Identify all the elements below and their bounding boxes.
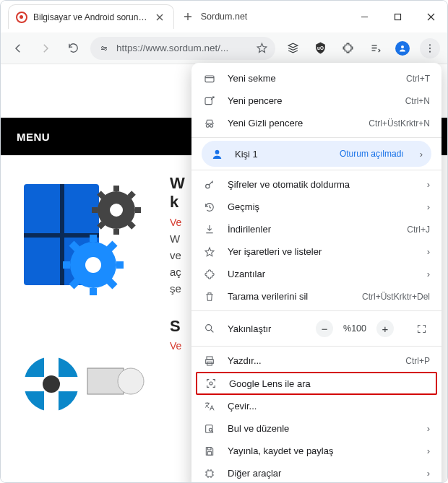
menu-separator bbox=[191, 170, 441, 170]
forward-button[interactable] bbox=[35, 38, 56, 58]
svg-rect-13 bbox=[24, 233, 99, 238]
svg-rect-55 bbox=[207, 471, 212, 477]
svg-point-44 bbox=[215, 149, 219, 154]
svg-point-23 bbox=[110, 204, 123, 217]
svg-point-4 bbox=[401, 45, 404, 48]
media-control-icon[interactable] bbox=[365, 38, 385, 58]
svg-point-1 bbox=[102, 46, 104, 48]
zoom-value: %100 bbox=[343, 323, 366, 334]
menu-item-zoom: Yakınlaştır − %100 + bbox=[191, 314, 441, 343]
maximize-button[interactable] bbox=[381, 1, 414, 32]
article-thumbnail bbox=[15, 174, 160, 297]
incognito-icon bbox=[203, 117, 216, 130]
menu-item-print[interactable]: Yazdır... Ctrl+P bbox=[191, 349, 441, 372]
chevron-right-icon: › bbox=[420, 149, 423, 160]
svg-point-45 bbox=[206, 184, 210, 188]
find-icon bbox=[203, 422, 216, 435]
article-text: Wk Ve W ve aç şe bbox=[170, 174, 185, 297]
menu-item-cast-save-share[interactable]: Yayınla, kaydet ve paylaş › bbox=[191, 440, 441, 462]
svg-text:uO: uO bbox=[317, 45, 324, 51]
trash-icon bbox=[203, 290, 216, 303]
svg-rect-54 bbox=[207, 451, 211, 455]
buffer-extension-icon[interactable] bbox=[283, 38, 303, 58]
chevron-right-icon: › bbox=[427, 201, 430, 212]
chevron-right-icon: › bbox=[427, 179, 430, 190]
chevron-right-icon: › bbox=[427, 468, 430, 479]
svg-rect-47 bbox=[207, 357, 212, 360]
chevron-right-icon: › bbox=[427, 445, 430, 456]
article-text: S Ve bbox=[170, 317, 181, 440]
svg-rect-0 bbox=[395, 14, 400, 19]
minimize-button[interactable] bbox=[348, 1, 381, 32]
back-button[interactable] bbox=[8, 38, 28, 58]
fullscreen-button[interactable] bbox=[413, 320, 430, 337]
svg-line-32 bbox=[109, 243, 115, 249]
svg-point-7 bbox=[429, 51, 431, 52]
menu-item-new-window[interactable]: Yeni pencere Ctrl+N bbox=[191, 90, 441, 112]
chrome-main-menu: Yeni sekme Ctrl+T Yeni pencere Ctrl+N Ye… bbox=[191, 63, 441, 483]
address-bar[interactable]: https://www.sordum.net/... bbox=[90, 37, 275, 60]
zoom-out-button[interactable]: − bbox=[316, 320, 333, 337]
svg-point-39 bbox=[118, 368, 144, 394]
close-tab-icon[interactable] bbox=[153, 11, 166, 24]
menu-item-extensions[interactable]: Uzantılar › bbox=[191, 263, 441, 285]
lens-icon bbox=[204, 377, 217, 390]
svg-point-42 bbox=[206, 124, 209, 127]
history-icon bbox=[203, 201, 216, 214]
chevron-right-icon: › bbox=[427, 246, 430, 257]
menu-item-bookmarks[interactable]: Yer işaretleri ve listeler › bbox=[191, 240, 441, 263]
close-window-button[interactable] bbox=[414, 1, 447, 32]
site-favicon bbox=[16, 12, 27, 23]
new-window-icon bbox=[203, 95, 216, 108]
menu-item-more-tools[interactable]: Diğer araçlar › bbox=[191, 462, 441, 483]
save-icon bbox=[203, 445, 216, 458]
site-menu-label: MENU bbox=[17, 131, 50, 143]
menu-item-clear-data[interactable]: Tarama verilerini sil Ctrl+ÜstKrktr+Del bbox=[191, 285, 441, 308]
svg-point-33 bbox=[85, 257, 101, 273]
menu-item-history[interactable]: Geçmiş › bbox=[191, 196, 441, 218]
svg-point-5 bbox=[429, 44, 431, 45]
adblock-extension-icon[interactable]: uO bbox=[310, 38, 330, 58]
svg-point-43 bbox=[210, 124, 213, 127]
menu-item-translate[interactable]: Çevir... bbox=[191, 395, 441, 417]
reload-button[interactable] bbox=[63, 38, 83, 58]
zoom-in-button[interactable]: + bbox=[376, 320, 394, 337]
site-settings-icon[interactable] bbox=[98, 42, 111, 55]
menu-item-new-tab[interactable]: Yeni sekme Ctrl+T bbox=[191, 67, 441, 90]
svg-rect-40 bbox=[205, 76, 214, 82]
profile-avatar[interactable] bbox=[392, 38, 413, 58]
svg-line-21 bbox=[99, 223, 103, 227]
menu-item-downloads[interactable]: İndirilenler Ctrl+J bbox=[191, 218, 441, 240]
new-tab-button[interactable] bbox=[181, 10, 194, 23]
puzzle-icon bbox=[203, 268, 216, 281]
bookmark-star-icon[interactable] bbox=[255, 42, 268, 55]
translate-icon bbox=[203, 400, 216, 413]
menu-item-passwords[interactable]: Şifreler ve otomatik doldurma › bbox=[191, 173, 441, 196]
svg-point-2 bbox=[105, 48, 107, 51]
svg-point-50 bbox=[210, 382, 212, 385]
svg-point-6 bbox=[429, 47, 431, 48]
chip-icon bbox=[203, 467, 216, 480]
menu-item-google-lens[interactable]: Google Lens ile ara bbox=[196, 372, 437, 395]
menu-separator bbox=[191, 346, 441, 347]
url-text: https://www.sordum.net/... bbox=[116, 43, 249, 53]
svg-line-30 bbox=[109, 281, 115, 287]
zoom-icon bbox=[203, 322, 216, 335]
menu-item-incognito[interactable]: Yeni Gizli pencere Ctrl+ÜstKrktr+N bbox=[191, 112, 441, 134]
kebab-menu-button[interactable] bbox=[420, 38, 440, 58]
chevron-right-icon: › bbox=[427, 269, 430, 279]
menu-separator bbox=[191, 310, 441, 311]
svg-rect-41 bbox=[205, 97, 212, 104]
menu-item-profile[interactable]: Kişi 1 Oturum açılmadı › bbox=[202, 141, 431, 167]
tab-title: Bilgisayar ve Android sorunların bbox=[33, 12, 147, 22]
menu-item-find[interactable]: Bul ve düzenle › bbox=[191, 417, 441, 440]
chevron-right-icon: › bbox=[427, 423, 430, 434]
svg-line-31 bbox=[72, 281, 77, 287]
window-app-title: Sordum.net bbox=[201, 12, 248, 22]
download-icon bbox=[203, 223, 216, 236]
svg-point-37 bbox=[43, 375, 60, 393]
tab-icon bbox=[203, 72, 216, 85]
svg-line-19 bbox=[99, 193, 103, 197]
extensions-icon[interactable] bbox=[337, 38, 358, 58]
browser-tab[interactable]: Bilgisayar ve Android sorunların bbox=[8, 4, 174, 29]
